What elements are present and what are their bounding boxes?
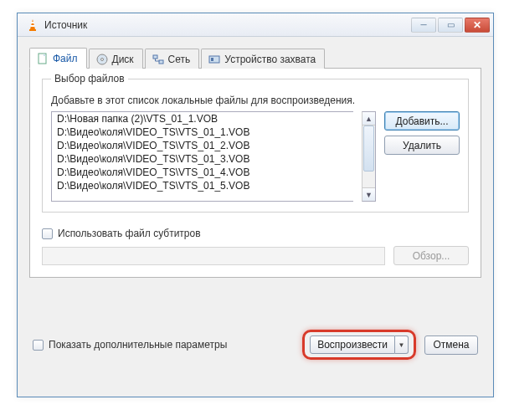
scroll-up-icon[interactable]: ▲ xyxy=(362,112,375,125)
file-icon xyxy=(37,53,49,64)
scroll-thumb[interactable] xyxy=(363,125,374,172)
svg-point-7 xyxy=(100,59,103,61)
svg-rect-2 xyxy=(31,22,34,23)
svg-rect-3 xyxy=(31,25,35,27)
svg-rect-9 xyxy=(159,60,163,64)
list-item[interactable]: D:\Видео\коля\VIDEO_TS\VTS_01_5.VOB xyxy=(52,179,353,192)
disc-icon xyxy=(96,54,108,65)
browse-button: Обзор... xyxy=(393,246,469,265)
tab-label: Сеть xyxy=(168,54,191,65)
subtitle-checkbox-label: Использовать файл субтитров xyxy=(58,228,201,239)
svg-rect-8 xyxy=(153,55,157,59)
network-icon xyxy=(152,54,164,65)
remove-button[interactable]: Удалить xyxy=(384,136,460,155)
play-button[interactable]: Воспроизвести xyxy=(310,335,395,354)
advanced-checkbox-row[interactable]: Показать дополнительные параметры xyxy=(33,339,227,351)
scrollbar[interactable]: ▲ ▼ xyxy=(362,111,376,202)
tab-label: Файл xyxy=(53,53,78,64)
list-item[interactable]: D:\Видео\коля\VIDEO_TS\VTS_01_3.VOB xyxy=(52,152,353,166)
subtitle-checkbox-row[interactable]: Использовать файл субтитров xyxy=(42,228,469,239)
close-button[interactable]: ✕ xyxy=(465,18,490,33)
checkbox-icon[interactable] xyxy=(33,340,44,351)
tab-label: Устройство захвата xyxy=(224,54,316,65)
maximize-button[interactable]: ▭ xyxy=(438,18,463,33)
list-item[interactable]: D:\Видео\коля\VIDEO_TS\VTS_01_1.VOB xyxy=(52,125,353,139)
play-split-button[interactable]: Воспроизвести ▼ xyxy=(310,335,409,354)
titlebar[interactable]: Источник ─ ▭ ✕ xyxy=(18,13,493,37)
play-dropdown-icon[interactable]: ▼ xyxy=(395,335,409,354)
play-button-highlight: Воспроизвести ▼ xyxy=(302,330,416,360)
capture-icon xyxy=(208,54,220,65)
svg-rect-1 xyxy=(29,29,36,31)
scroll-down-icon[interactable]: ▼ xyxy=(362,187,375,201)
svg-rect-10 xyxy=(209,56,219,63)
group-title: Выбор файлов xyxy=(51,73,128,85)
group-description: Добавьте в этот список локальные файлы д… xyxy=(51,95,460,106)
tab-disc[interactable]: Диск xyxy=(89,49,143,69)
tab-file[interactable]: Файл xyxy=(29,48,87,69)
minimize-button[interactable]: ─ xyxy=(411,18,436,33)
advanced-checkbox-label: Показать дополнительные параметры xyxy=(49,339,227,351)
file-selection-group: Выбор файлов Добавьте в этот список лока… xyxy=(42,79,469,213)
list-item[interactable]: D:\Новая папка (2)\VTS_01_1.VOB xyxy=(52,112,353,125)
svg-rect-11 xyxy=(211,58,213,61)
dialog-window: Источник ─ ▭ ✕ Файл Диск Сеть Устройство… xyxy=(17,13,494,397)
list-item[interactable]: D:\Видео\коля\VIDEO_TS\VTS_01_4.VOB xyxy=(52,166,353,179)
tab-label: Диск xyxy=(112,54,134,65)
scroll-track[interactable] xyxy=(362,125,375,187)
file-list[interactable]: D:\Новая папка (2)\VTS_01_1.VOB D:\Видео… xyxy=(51,111,353,202)
checkbox-icon[interactable] xyxy=(42,228,53,239)
tab-panel: Выбор файлов Добавьте в этот список лока… xyxy=(29,69,481,278)
window-title: Источник xyxy=(44,19,411,31)
vlc-icon xyxy=(26,18,39,32)
cancel-button[interactable]: Отмена xyxy=(424,335,478,355)
add-button[interactable]: Добавить... xyxy=(384,111,460,131)
tab-bar: Файл Диск Сеть Устройство захвата xyxy=(29,47,481,69)
list-item[interactable]: D:\Видео\коля\VIDEO_TS\VTS_01_2.VOB xyxy=(52,139,353,152)
subtitle-path-input xyxy=(42,247,385,265)
tab-capture[interactable]: Устройство захвата xyxy=(201,49,325,69)
svg-marker-0 xyxy=(30,19,35,29)
tab-network[interactable]: Сеть xyxy=(145,49,200,69)
